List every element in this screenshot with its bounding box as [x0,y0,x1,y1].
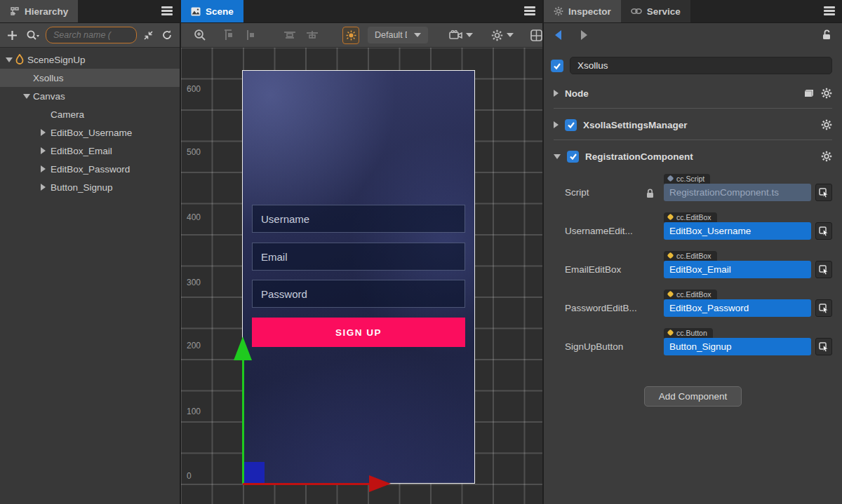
collapse-all-icon[interactable] [143,30,154,41]
docs-book-icon[interactable] [803,88,815,98]
align-left-icon[interactable] [223,29,234,41]
tab-hierarchy[interactable]: Hierarchy [0,0,78,22]
distribute-top-icon[interactable] [283,29,296,41]
nav-back-button[interactable] [554,29,562,41]
property-row-signupbutton: SignUpButtoncc.ButtonButton_Signup [544,321,842,360]
property-label: UsernameEdit... [565,226,646,240]
hierarchy-tree: SceneSignUpXsollusCanvasCameraEditBox_Us… [0,50,180,196]
password-editbox[interactable]: Password [252,280,465,308]
origin-anchor-gizmo[interactable] [243,462,265,484]
expand-arrow-icon[interactable] [41,165,46,172]
ruler-label-600: 600 [187,84,201,94]
x-axis-arrowhead [369,475,391,492]
layout-grid-icon[interactable] [530,29,542,41]
refresh-icon[interactable] [161,29,173,41]
property-row-usernameedit: UsernameEdit...cc.EditBoxEditBox_Usernam… [544,205,842,244]
node-name-row [551,57,832,74]
zoom-tool-icon[interactable] [194,29,206,41]
chevron-down-icon [466,33,473,37]
property-value-field[interactable]: EditBox_Username [664,222,811,240]
expand-arrow-icon[interactable] [41,147,46,154]
property-value-field[interactable]: EditBox_Email [664,261,811,278]
camera-settings-button[interactable] [449,30,473,41]
node-name-input[interactable] [570,57,832,74]
expand-arrow-icon [554,121,559,128]
gizmo-toggle-button[interactable] [342,27,359,44]
tab-inspector-label: Inspector [568,6,611,17]
unlock-icon[interactable] [821,29,832,41]
signup-button[interactable]: SIGN UP [252,318,465,347]
tree-item-editbox_email[interactable]: EditBox_Email [0,142,180,160]
property-value-field[interactable]: RegistrationComponent.ts [664,184,811,201]
node-picker-button[interactable] [815,222,832,240]
expand-arrow-icon[interactable] [41,129,46,136]
property-label: EmailEditBox [565,264,646,278]
node-picker-button[interactable] [815,338,832,355]
property-value-field[interactable]: EditBox_Password [664,299,811,317]
scene-viewport[interactable]: 6005004003002001000 Username Email Passw… [181,48,542,504]
node-gear-icon[interactable] [821,88,832,99]
expand-arrow-icon [554,90,559,97]
scene-icon [191,7,201,16]
tree-item-button_signup[interactable]: Button_Signup [0,178,180,196]
property-value-field[interactable]: Button_Signup [664,338,811,355]
node-picker-button[interactable] [815,299,832,317]
distribute-middle-icon[interactable] [306,29,319,41]
tree-item-editbox_password[interactable]: EditBox_Password [0,160,180,178]
ruler-label-200: 200 [187,341,201,350]
scene-panel: Scene Default De... [181,0,544,504]
tab-service[interactable]: Service [621,0,690,22]
y-axis-gizmo[interactable] [242,359,244,484]
tree-item-label: Canvas [33,91,65,102]
x-axis-gizmo[interactable] [243,483,370,485]
tab-inspector[interactable]: Inspector [544,0,621,22]
create-node-button[interactable] [7,30,18,41]
component-gear-icon[interactable] [821,119,832,130]
align-center-icon[interactable] [244,29,255,41]
scene-settings-button[interactable] [491,29,514,41]
registration-component-header[interactable]: RegistrationComponent [544,146,842,167]
collapse-arrow-icon[interactable] [6,57,13,62]
property-row-script: Scriptcc.ScriptRegistrationComponent.ts [544,167,842,205]
email-editbox[interactable]: Email [252,243,465,271]
search-input[interactable] [46,27,137,43]
registration-component-label: RegistrationComponent [585,151,693,162]
settings-manager-header[interactable]: XsollaSettingsManager [544,114,842,135]
tab-scene-label: Scene [206,6,234,17]
collapse-arrow-icon[interactable] [23,94,30,99]
tab-hierarchy-label: Hierarchy [25,6,68,17]
scene-menu-icon[interactable] [524,6,535,16]
component-gear-icon[interactable] [821,151,832,162]
tree-item-label: Xsollus [33,73,64,83]
node-section-header[interactable]: Node [544,83,842,104]
search-filter-icon[interactable] [26,29,40,41]
node-picker-button[interactable] [815,261,832,278]
component-type-badge: cc.Button [664,328,713,338]
component-type-badge: cc.EditBox [664,212,717,222]
registration-component-checkbox[interactable] [567,151,579,163]
node-picker-button[interactable] [815,184,832,201]
inspector-menu-icon[interactable] [824,6,835,16]
hierarchy-menu-icon[interactable] [161,6,173,16]
tree-item-xsollus[interactable]: Xsollus [0,69,180,87]
inspector-panel: Inspector Service [544,0,842,504]
expand-arrow-icon[interactable] [41,184,46,191]
username-editbox[interactable]: Username [252,205,465,233]
tree-item-label: SceneSignUp [27,55,86,65]
scene-tabbar: Scene [181,0,542,23]
tree-item-camera[interactable]: Camera [0,105,180,123]
tree-item-label: EditBox_Email [51,146,112,156]
lock-placeholder [646,314,664,317]
design-canvas[interactable]: Username Email Password SIGN UP [242,70,475,484]
nav-forward-button[interactable] [580,29,589,41]
tree-item-canvas[interactable]: Canvas [0,87,180,105]
tab-scene[interactable]: Scene [181,0,243,22]
tree-item-editbox_username[interactable]: EditBox_Username [0,123,180,142]
node-active-checkbox[interactable] [551,60,563,72]
settings-manager-checkbox[interactable] [565,119,577,131]
component-type-badge: cc.Script [664,174,710,184]
property-row-passwordeditb: PasswordEditB...cc.EditBoxEditBox_Passwo… [544,282,842,321]
tree-item-scenesignup[interactable]: SceneSignUp [0,50,180,69]
gizmo-mode-dropdown[interactable]: Default De... [368,27,428,43]
add-component-button[interactable]: Add Component [644,386,742,407]
